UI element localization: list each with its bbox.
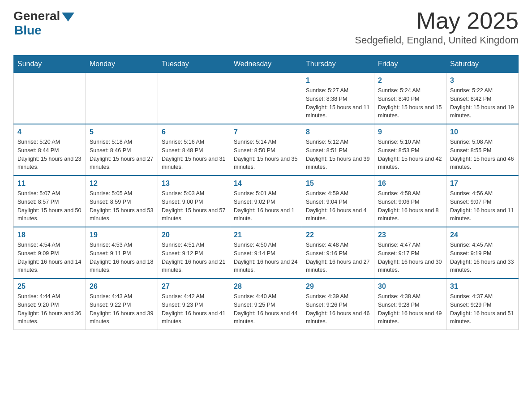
calendar-cell: 25Sunrise: 4:44 AMSunset: 9:20 PMDayligh… <box>14 278 86 330</box>
calendar-cell: 24Sunrise: 4:45 AMSunset: 9:19 PMDayligh… <box>446 227 519 278</box>
day-number: 22 <box>306 231 370 239</box>
calendar-cell: 14Sunrise: 5:01 AMSunset: 9:02 PMDayligh… <box>230 176 302 227</box>
calendar-cell: 19Sunrise: 4:53 AMSunset: 9:11 PMDayligh… <box>86 227 158 278</box>
day-number: 4 <box>17 128 82 136</box>
calendar-cell: 20Sunrise: 4:51 AMSunset: 9:12 PMDayligh… <box>158 227 230 278</box>
day-number: 24 <box>450 231 515 239</box>
calendar-cell: 12Sunrise: 5:05 AMSunset: 8:59 PMDayligh… <box>86 176 158 227</box>
day-number: 17 <box>450 180 515 188</box>
logo-triangle-icon <box>62 13 74 21</box>
day-info: Sunrise: 5:27 AMSunset: 8:38 PMDaylight:… <box>306 86 370 120</box>
day-info: Sunrise: 4:58 AMSunset: 9:06 PMDaylight:… <box>378 189 442 223</box>
day-info: Sunrise: 5:16 AMSunset: 8:48 PMDaylight:… <box>162 138 226 171</box>
calendar-cell: 7Sunrise: 5:14 AMSunset: 8:50 PMDaylight… <box>230 124 302 176</box>
calendar-cell: 26Sunrise: 4:43 AMSunset: 9:22 PMDayligh… <box>86 278 158 330</box>
day-number: 28 <box>234 283 298 291</box>
calendar-cell: 1Sunrise: 5:27 AMSunset: 8:38 PMDaylight… <box>302 73 374 124</box>
day-number: 8 <box>306 128 370 136</box>
day-number: 21 <box>234 231 298 239</box>
day-number: 11 <box>17 180 82 188</box>
day-info: Sunrise: 5:05 AMSunset: 8:59 PMDaylight:… <box>90 189 154 223</box>
day-info: Sunrise: 4:38 AMSunset: 9:28 PMDaylight:… <box>378 292 442 326</box>
calendar-header-tuesday: Tuesday <box>158 56 230 73</box>
day-number: 31 <box>450 283 515 291</box>
day-info: Sunrise: 4:43 AMSunset: 9:22 PMDaylight:… <box>90 292 154 326</box>
day-number: 30 <box>378 283 442 291</box>
calendar-week-row: 4Sunrise: 5:20 AMSunset: 8:44 PMDaylight… <box>14 124 519 176</box>
day-info: Sunrise: 4:42 AMSunset: 9:23 PMDaylight:… <box>162 292 226 326</box>
calendar-table: SundayMondayTuesdayWednesdayThursdayFrid… <box>13 55 519 330</box>
calendar-cell: 23Sunrise: 4:47 AMSunset: 9:17 PMDayligh… <box>374 227 446 278</box>
title-section: May 2025 Sedgefield, England, United Kin… <box>355 9 519 46</box>
calendar-cell: 30Sunrise: 4:38 AMSunset: 9:28 PMDayligh… <box>374 278 446 330</box>
day-number: 14 <box>234 180 298 188</box>
day-number: 23 <box>378 231 442 239</box>
day-info: Sunrise: 5:10 AMSunset: 8:53 PMDaylight:… <box>378 138 442 171</box>
calendar-cell: 15Sunrise: 4:59 AMSunset: 9:04 PMDayligh… <box>302 176 374 227</box>
page-header: General Blue May 2025 Sedgefield, Englan… <box>13 9 519 46</box>
calendar-cell: 22Sunrise: 4:48 AMSunset: 9:16 PMDayligh… <box>302 227 374 278</box>
calendar-cell <box>230 73 302 124</box>
logo-general-text: General <box>13 9 60 23</box>
day-number: 27 <box>162 283 226 291</box>
calendar-header-wednesday: Wednesday <box>230 56 302 73</box>
calendar-header-monday: Monday <box>86 56 158 73</box>
calendar-cell: 3Sunrise: 5:22 AMSunset: 8:42 PMDaylight… <box>446 73 519 124</box>
calendar-cell: 9Sunrise: 5:10 AMSunset: 8:53 PMDaylight… <box>374 124 446 176</box>
logo: General Blue <box>13 9 74 38</box>
calendar-cell: 2Sunrise: 5:24 AMSunset: 8:40 PMDaylight… <box>374 73 446 124</box>
calendar-cell: 4Sunrise: 5:20 AMSunset: 8:44 PMDaylight… <box>14 124 86 176</box>
day-info: Sunrise: 4:54 AMSunset: 9:09 PMDaylight:… <box>17 241 82 274</box>
calendar-week-row: 25Sunrise: 4:44 AMSunset: 9:20 PMDayligh… <box>14 278 519 330</box>
day-info: Sunrise: 4:45 AMSunset: 9:19 PMDaylight:… <box>450 241 515 274</box>
day-number: 25 <box>17 283 82 291</box>
calendar-cell: 13Sunrise: 5:03 AMSunset: 9:00 PMDayligh… <box>158 176 230 227</box>
day-info: Sunrise: 4:53 AMSunset: 9:11 PMDaylight:… <box>90 241 154 274</box>
day-info: Sunrise: 5:07 AMSunset: 8:57 PMDaylight:… <box>17 189 82 223</box>
calendar-cell: 28Sunrise: 4:40 AMSunset: 9:25 PMDayligh… <box>230 278 302 330</box>
location-title: Sedgefield, England, United Kingdom <box>355 34 519 46</box>
calendar-header-sunday: Sunday <box>14 56 86 73</box>
day-info: Sunrise: 5:12 AMSunset: 8:51 PMDaylight:… <box>306 138 370 171</box>
day-number: 19 <box>90 231 154 239</box>
day-info: Sunrise: 4:51 AMSunset: 9:12 PMDaylight:… <box>162 241 226 274</box>
day-info: Sunrise: 4:50 AMSunset: 9:14 PMDaylight:… <box>234 241 298 274</box>
day-info: Sunrise: 5:20 AMSunset: 8:44 PMDaylight:… <box>17 138 82 171</box>
calendar-header-thursday: Thursday <box>302 56 374 73</box>
calendar-cell: 11Sunrise: 5:07 AMSunset: 8:57 PMDayligh… <box>14 176 86 227</box>
day-number: 6 <box>162 128 226 136</box>
calendar-cell: 8Sunrise: 5:12 AMSunset: 8:51 PMDaylight… <box>302 124 374 176</box>
day-number: 9 <box>378 128 442 136</box>
calendar-cell: 18Sunrise: 4:54 AMSunset: 9:09 PMDayligh… <box>14 227 86 278</box>
day-number: 26 <box>90 283 154 291</box>
calendar-cell <box>14 73 86 124</box>
day-info: Sunrise: 4:59 AMSunset: 9:04 PMDaylight:… <box>306 189 370 223</box>
day-number: 18 <box>17 231 82 239</box>
day-number: 10 <box>450 128 515 136</box>
day-number: 16 <box>378 180 442 188</box>
calendar-cell: 5Sunrise: 5:18 AMSunset: 8:46 PMDaylight… <box>86 124 158 176</box>
calendar-cell: 16Sunrise: 4:58 AMSunset: 9:06 PMDayligh… <box>374 176 446 227</box>
calendar-cell: 17Sunrise: 4:56 AMSunset: 9:07 PMDayligh… <box>446 176 519 227</box>
calendar-header-row: SundayMondayTuesdayWednesdayThursdayFrid… <box>14 56 519 73</box>
month-title: May 2025 <box>355 9 519 32</box>
day-info: Sunrise: 5:01 AMSunset: 9:02 PMDaylight:… <box>234 189 298 223</box>
day-info: Sunrise: 4:56 AMSunset: 9:07 PMDaylight:… <box>450 189 515 223</box>
calendar-week-row: 1Sunrise: 5:27 AMSunset: 8:38 PMDaylight… <box>14 73 519 124</box>
calendar-week-row: 18Sunrise: 4:54 AMSunset: 9:09 PMDayligh… <box>14 227 519 278</box>
day-number: 15 <box>306 180 370 188</box>
day-info: Sunrise: 5:24 AMSunset: 8:40 PMDaylight:… <box>378 86 442 120</box>
calendar-cell: 21Sunrise: 4:50 AMSunset: 9:14 PMDayligh… <box>230 227 302 278</box>
day-number: 13 <box>162 180 226 188</box>
day-info: Sunrise: 4:40 AMSunset: 9:25 PMDaylight:… <box>234 292 298 326</box>
day-info: Sunrise: 4:37 AMSunset: 9:29 PMDaylight:… <box>450 292 515 326</box>
day-info: Sunrise: 5:18 AMSunset: 8:46 PMDaylight:… <box>90 138 154 171</box>
calendar-header-friday: Friday <box>374 56 446 73</box>
calendar-cell: 27Sunrise: 4:42 AMSunset: 9:23 PMDayligh… <box>158 278 230 330</box>
day-info: Sunrise: 4:39 AMSunset: 9:26 PMDaylight:… <box>306 292 370 326</box>
calendar-cell <box>86 73 158 124</box>
day-number: 2 <box>378 77 442 85</box>
day-number: 1 <box>306 77 370 85</box>
day-info: Sunrise: 4:44 AMSunset: 9:20 PMDaylight:… <box>17 292 82 326</box>
day-number: 12 <box>90 180 154 188</box>
